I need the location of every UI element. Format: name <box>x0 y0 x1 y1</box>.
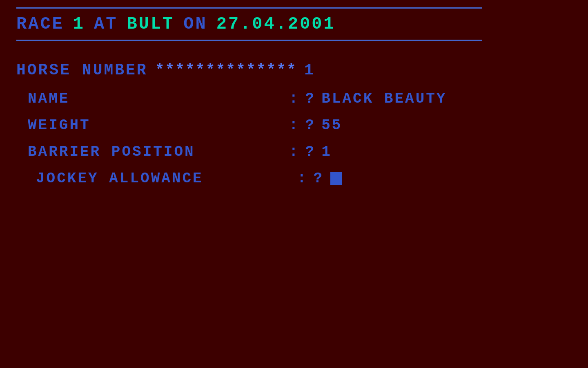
horse-number-row: HORSE NUMBER ************** 1 <box>16 61 572 79</box>
weight-value: 55 <box>321 117 342 134</box>
name-value: BLACK BEAUTY <box>321 90 447 107</box>
weight-row: WEIGHT : ? 55 <box>16 117 572 134</box>
location: BULT <box>127 14 174 34</box>
barrier-position-label: BARRIER POSITION <box>28 144 289 160</box>
race-label: RACE <box>16 14 64 34</box>
race-date: 27.04.2001 <box>216 14 336 34</box>
horse-asterisks: ************** <box>155 61 297 79</box>
name-label: NAME <box>28 90 289 107</box>
race-number: 1 <box>73 14 85 34</box>
barrier-question: ? <box>305 144 314 160</box>
on-label: ON <box>183 14 207 34</box>
weight-colon: : <box>289 117 298 134</box>
content-section: HORSE NUMBER ************** 1 NAME : ? B… <box>0 41 588 187</box>
at-label: AT <box>94 14 118 34</box>
barrier-position-row: BARRIER POSITION : ? 1 <box>16 144 572 160</box>
jockey-colon: : <box>297 170 306 187</box>
title-row: RACE 1 AT BULT ON 27.04.2001 <box>16 13 572 36</box>
weight-question: ? <box>305 117 314 134</box>
name-row: NAME : ? BLACK BEAUTY <box>16 90 572 107</box>
header-section: RACE 1 AT BULT ON 27.04.2001 <box>0 0 588 41</box>
barrier-colon: : <box>289 144 298 160</box>
horse-number-label: HORSE NUMBER <box>16 61 148 79</box>
horse-number-value: 1 <box>304 61 315 79</box>
input-cursor[interactable] <box>330 172 342 185</box>
weight-label: WEIGHT <box>28 117 289 134</box>
barrier-value: 1 <box>321 144 332 160</box>
jockey-question: ? <box>314 170 323 187</box>
jockey-allowance-label: JOCKEY ALLOWANCE <box>36 170 297 187</box>
name-question: ? <box>305 90 314 107</box>
jockey-allowance-row: JOCKEY ALLOWANCE : ? <box>16 170 572 187</box>
top-divider-line <box>16 7 482 9</box>
screen: RACE 1 AT BULT ON 27.04.2001 HORSE NUMBE… <box>0 0 588 368</box>
name-colon: : <box>289 90 298 107</box>
